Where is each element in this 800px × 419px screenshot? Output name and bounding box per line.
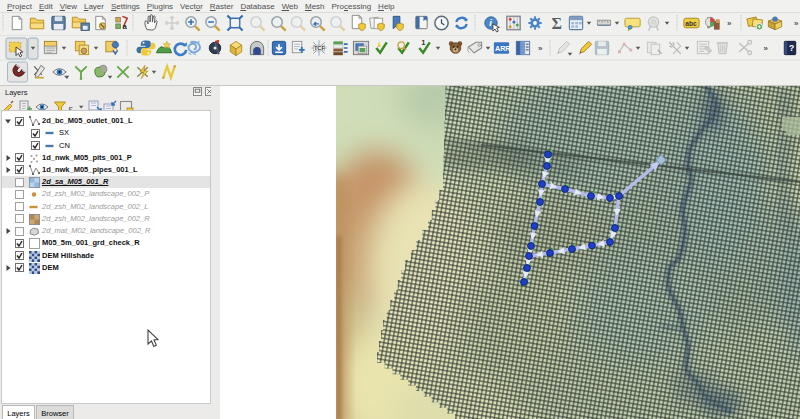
svg-text:»: »: [764, 44, 769, 53]
svg-text:abc: abc: [685, 20, 697, 27]
svg-text:»: »: [794, 19, 799, 28]
svg-text:ARR: ARR: [495, 45, 510, 53]
svg-text:?: ?: [789, 43, 794, 53]
svg-text:TCF: TCF: [314, 45, 326, 51]
svg-text:Σ: Σ: [552, 15, 562, 32]
svg-text:i: i: [489, 17, 492, 28]
svg-text:»: »: [727, 19, 732, 28]
svg-text:»: »: [538, 44, 543, 53]
